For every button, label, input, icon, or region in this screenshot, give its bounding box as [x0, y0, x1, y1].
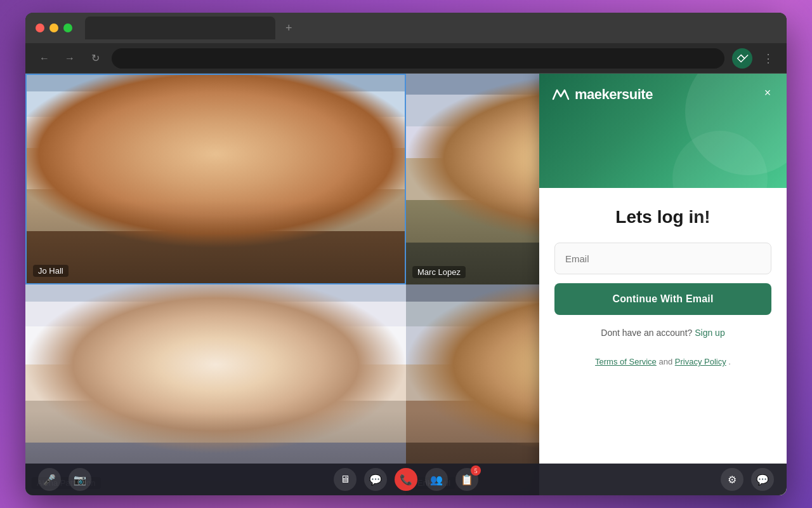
browser-window: + ← → ↻ ⋮ Jo Hall	[25, 13, 787, 495]
video-cell-1: Jo Hall	[25, 74, 406, 284]
address-input[interactable]	[112, 48, 724, 69]
badge-count: 5	[471, 465, 481, 476]
video-label-1: Jo Hall	[33, 265, 69, 277]
traffic-light-green[interactable]	[63, 23, 72, 32]
title-bar: +	[25, 13, 787, 43]
camera-icon[interactable]: 📷	[69, 468, 91, 491]
toolbar-right: ⚙ 💬	[721, 468, 774, 491]
modal-logo-text: maekersuite	[575, 86, 653, 103]
forward-button[interactable]: →	[61, 50, 79, 67]
modal-close-button[interactable]: ×	[759, 84, 776, 102]
signup-link[interactable]: Sign up	[695, 328, 724, 338]
legal-conjunction: and	[658, 357, 674, 366]
screen-share-icon[interactable]: 🖥	[334, 468, 357, 491]
active-tab[interactable]	[85, 17, 275, 39]
browser-avatar[interactable]	[732, 48, 752, 69]
terms-of-service-link[interactable]: Terms of Service	[595, 357, 657, 366]
chat-icon[interactable]: 💬	[364, 468, 387, 491]
new-tab-button[interactable]: +	[280, 19, 298, 37]
browser-content: Jo Hall Marc Lopez Alena Patterson Erik …	[25, 74, 787, 495]
modal-logo-icon	[552, 88, 570, 101]
notes-icon[interactable]: 📋 5	[455, 468, 478, 491]
modal-panel: maekersuite × Lets log in! Continue With…	[539, 74, 787, 495]
address-bar-row: ← → ↻ ⋮	[25, 43, 787, 74]
traffic-light-red[interactable]	[36, 23, 44, 32]
modal-body: Lets log in! Continue With Email Dont ha…	[539, 188, 787, 495]
browser-menu-button[interactable]: ⋮	[760, 49, 776, 68]
privacy-policy-link[interactable]: Privacy Policy	[675, 357, 726, 366]
mic-icon[interactable]: 🎤	[38, 468, 61, 491]
end-call-icon[interactable]: 📞	[395, 468, 417, 491]
traffic-lights	[36, 23, 72, 32]
toolbar-left: 🎤 📷	[38, 468, 91, 491]
email-input[interactable]	[554, 243, 771, 274]
signup-prompt: Dont have an account? Sign up	[554, 328, 771, 338]
more-icon[interactable]: 💬	[751, 468, 774, 491]
back-button[interactable]: ←	[36, 50, 53, 67]
tab-bar: +	[85, 17, 776, 39]
modal-header: maekersuite ×	[539, 74, 787, 188]
legal-suffix: .	[728, 357, 731, 366]
traffic-light-yellow[interactable]	[49, 23, 58, 32]
modal-logo-row: maekersuite	[552, 86, 774, 103]
continue-with-email-button[interactable]: Continue With Email	[554, 283, 771, 315]
legal-text: Terms of Service and Privacy Policy .	[554, 357, 771, 366]
participants-icon[interactable]: 👥	[425, 468, 448, 491]
toolbar-center: 🖥 💬 📞 👥 📋 5	[334, 468, 478, 491]
reload-button[interactable]: ↻	[86, 50, 104, 67]
bottom-toolbar: 🎤 📷 🖥 💬 📞 👥 📋 5 ⚙ 💬	[25, 464, 787, 495]
video-label-2: Marc Lopez	[412, 266, 466, 278]
settings-icon[interactable]: ⚙	[721, 468, 743, 491]
